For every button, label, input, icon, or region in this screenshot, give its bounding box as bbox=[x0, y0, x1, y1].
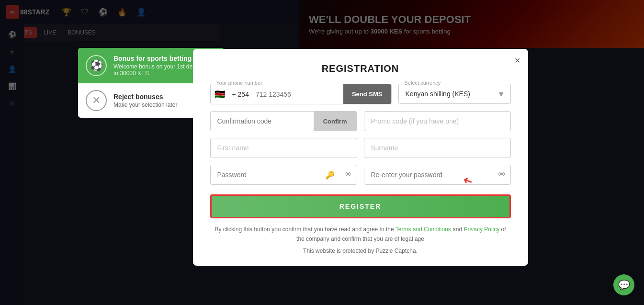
firstname-group bbox=[210, 138, 357, 158]
phone-currency-row: Your phone number 🇰🇪 + 254 Send SMS Sele… bbox=[210, 84, 511, 104]
confirmation-code-input[interactable] bbox=[211, 112, 314, 131]
privacy-policy-link[interactable]: Privacy Policy bbox=[464, 226, 500, 233]
key-icon: 🔑 bbox=[320, 170, 339, 180]
password-input-group: 🔑 👁 bbox=[210, 165, 357, 185]
phone-label: Your phone number bbox=[215, 80, 264, 86]
phone-prefix: + 254 bbox=[229, 85, 252, 104]
reject-bonus-text: Reject bonuses Make your selection later bbox=[113, 93, 177, 108]
captcha-text: This website is protected by Puzzle Capt… bbox=[210, 248, 511, 254]
confirmation-promo-row: Confirm bbox=[210, 111, 511, 131]
surname-group bbox=[364, 138, 511, 158]
phone-input-group: 🇰🇪 + 254 Send SMS bbox=[210, 84, 392, 104]
reenter-input-group: 👁 bbox=[364, 165, 511, 185]
currency-group: Select currency Kenyan shilling (KES) ▼ bbox=[398, 84, 511, 104]
reject-subtitle: Make your selection later bbox=[113, 102, 177, 108]
terms-text: By clicking this button you confirm that… bbox=[210, 225, 511, 243]
eye-slash-icon[interactable]: 👁 bbox=[493, 170, 510, 179]
reenter-password-group: 👁 bbox=[364, 165, 511, 185]
currency-label: Select currency bbox=[403, 80, 442, 86]
confirmation-group: Confirm bbox=[210, 111, 357, 131]
eye-icon[interactable]: 👁 bbox=[339, 170, 357, 179]
promo-group bbox=[364, 111, 511, 131]
terms-and: and bbox=[452, 226, 462, 233]
registration-modal: × REGISTRATION Your phone number 🇰🇪 + 25… bbox=[193, 49, 528, 265]
promo-code-input[interactable] bbox=[364, 111, 511, 131]
kenya-flag-icon: 🇰🇪 bbox=[211, 89, 229, 100]
surname-input[interactable] bbox=[364, 138, 511, 158]
close-button[interactable]: × bbox=[515, 56, 520, 65]
confirmation-input-group: Confirm bbox=[210, 111, 357, 131]
register-button-container: ➜ REGISTER bbox=[210, 192, 511, 218]
reject-title: Reject bonuses bbox=[113, 93, 177, 101]
reenter-password-input[interactable] bbox=[364, 165, 493, 184]
confirm-button[interactable]: Confirm bbox=[314, 112, 357, 131]
phone-group: Your phone number 🇰🇪 + 254 Send SMS bbox=[210, 84, 392, 104]
name-row bbox=[210, 138, 511, 158]
soccer-ball-icon: ⚽ bbox=[86, 55, 107, 76]
send-sms-button[interactable]: Send SMS bbox=[343, 84, 391, 104]
currency-select[interactable]: Kenyan shilling (KES) bbox=[398, 84, 511, 104]
terms-conditions-link[interactable]: Terms and Conditions bbox=[395, 226, 451, 233]
register-button[interactable]: REGISTER bbox=[210, 194, 511, 218]
reject-icon: ✕ bbox=[86, 90, 107, 111]
first-name-input[interactable] bbox=[210, 138, 357, 158]
terms-prefix: By clicking this button you confirm that… bbox=[215, 226, 394, 233]
chat-button[interactable]: 💬 bbox=[613, 274, 634, 295]
phone-number-input[interactable] bbox=[252, 85, 343, 104]
password-group: 🔑 👁 bbox=[210, 165, 357, 185]
modal-title: REGISTRATION bbox=[210, 63, 511, 74]
password-input[interactable] bbox=[211, 165, 320, 184]
